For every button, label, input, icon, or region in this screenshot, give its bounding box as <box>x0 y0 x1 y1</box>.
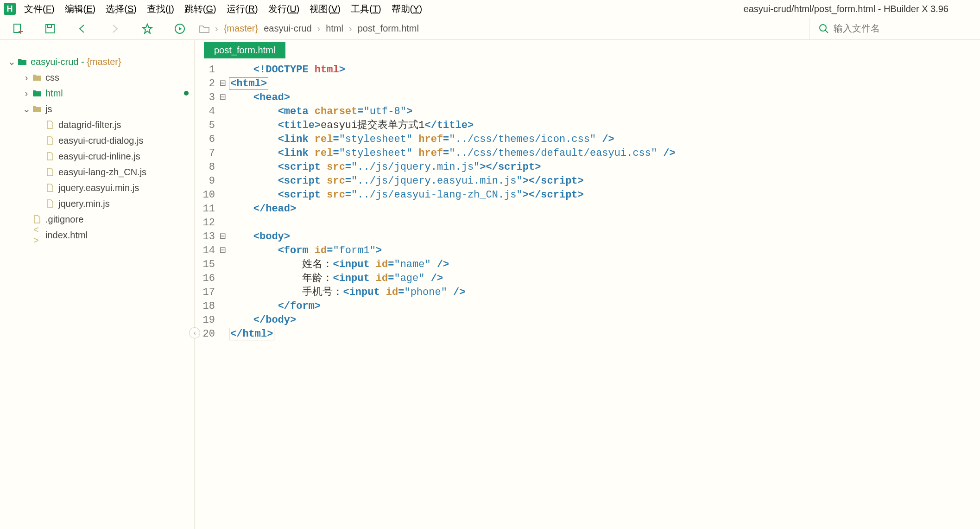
run-button[interactable] <box>170 19 190 39</box>
code-editor[interactable]: 1234567891011121314151617181920 ⊟⊟ ⊟⊟ <!… <box>195 58 980 341</box>
sidebar: ⌄ easyui-crud - {master} ›css›html⌄js da… <box>0 40 195 529</box>
svg-rect-3 <box>46 25 54 33</box>
save-button[interactable] <box>40 19 60 39</box>
code-content[interactable]: <!DOCTYPE html><html> <head> <meta chars… <box>229 63 980 341</box>
main: ⌄ easyui-crud - {master} ›css›html⌄js da… <box>0 40 980 529</box>
folder-icon <box>199 25 209 33</box>
menu-f[interactable]: 文件(F) <box>24 3 55 15</box>
tree-folder-label: js <box>45 104 52 115</box>
editor-tabs: post_form.html <box>195 40 980 58</box>
tab-post-form[interactable]: post_form.html <box>204 42 285 58</box>
file-icon <box>46 168 55 176</box>
breadcrumb-part[interactable]: easyui-crud <box>264 23 311 34</box>
svg-marker-7 <box>179 27 182 31</box>
chevron-right-icon: › <box>215 23 218 34</box>
svg-line-9 <box>825 30 828 33</box>
toolbar: › {master} easyui-crud › html › post_for… <box>0 18 980 40</box>
search-icon[interactable] <box>819 24 829 34</box>
tree-file[interactable]: < >index.html <box>0 227 194 243</box>
tree-folder-label: html <box>45 88 63 99</box>
menu-s[interactable]: 选择(S) <box>106 3 137 15</box>
folder-icon <box>32 89 42 97</box>
file-icon <box>46 199 55 208</box>
svg-point-8 <box>820 25 826 31</box>
new-file-button[interactable] <box>7 19 28 39</box>
code-file-icon: < > <box>33 224 42 246</box>
breadcrumb: › {master} easyui-crud › html › post_for… <box>199 23 419 34</box>
star-button[interactable] <box>137 19 158 39</box>
file-icon <box>33 215 42 223</box>
back-button[interactable] <box>72 19 93 39</box>
tree-file[interactable]: jquery.easyui.min.js <box>0 180 194 196</box>
chevron-icon[interactable]: › <box>22 72 31 83</box>
tree-file-label: jquery.easyui.min.js <box>58 183 139 193</box>
file-icon <box>46 184 55 192</box>
fold-column[interactable]: ⊟⊟ ⊟⊟ <box>220 63 229 341</box>
app-logo: H <box>4 3 16 15</box>
tree-file-label: easyui-crud-dialog.js <box>58 135 143 146</box>
folder-icon <box>18 58 27 65</box>
tree-folder-js[interactable]: ⌄js <box>0 101 194 117</box>
tree-file[interactable]: easyui-crud-dialog.js <box>0 133 194 148</box>
file-icon <box>46 136 55 145</box>
menubar-items: 文件(F)编辑(E)选择(S)查找(I)跳转(G)运行(R)发行(U)视图(V)… <box>24 3 422 15</box>
tree-file-label: datagrid-filter.js <box>58 120 121 130</box>
tree-file-label: .gitignore <box>45 214 83 225</box>
tree-file-label: easyui-crud-inline.js <box>58 151 140 162</box>
tree-file[interactable]: datagrid-filter.js <box>0 117 194 133</box>
editor-area: ‹ post_form.html 12345678910111213141516… <box>195 40 980 529</box>
tree-file[interactable]: jquery.min.js <box>0 196 194 211</box>
folder-icon <box>32 105 42 113</box>
chevron-down-icon[interactable]: ⌄ <box>7 56 16 67</box>
tree-folder-label: css <box>45 72 59 83</box>
forward-button[interactable] <box>105 19 125 39</box>
search-input[interactable] <box>834 23 973 34</box>
file-icon <box>46 152 55 160</box>
tree-file-label: jquery.min.js <box>58 198 110 209</box>
tree-file-label: easyui-lang-zh_CN.js <box>58 167 146 178</box>
tree-file[interactable]: .gitignore <box>0 211 194 227</box>
modified-indicator <box>184 91 189 96</box>
chevron-right-icon: › <box>349 23 352 34</box>
tree-file[interactable]: easyui-lang-zh_CN.js <box>0 164 194 180</box>
window-title: easyui-crud/html/post_form.html - HBuild… <box>744 4 948 14</box>
menu-i[interactable]: 查找(I) <box>147 3 174 15</box>
search-box <box>809 18 973 39</box>
tree-folder-html[interactable]: ›html <box>0 85 194 101</box>
breadcrumb-part[interactable]: html <box>326 23 343 34</box>
tree-file-label: index.html <box>45 230 88 241</box>
breadcrumb-branch: {master} <box>224 23 258 34</box>
menu-e[interactable]: 编辑(E) <box>65 3 96 15</box>
chevron-icon[interactable]: › <box>22 88 31 99</box>
svg-rect-4 <box>48 25 51 27</box>
menu-t[interactable]: 工具(T) <box>351 3 381 15</box>
menubar: H 文件(F)编辑(E)选择(S)查找(I)跳转(G)运行(R)发行(U)视图(… <box>0 0 980 18</box>
menu-r[interactable]: 运行(R) <box>227 3 258 15</box>
tree-root-name: easyui-crud - {master} <box>31 57 121 67</box>
sidebar-collapse-handle[interactable]: ‹ <box>189 327 200 338</box>
menu-u[interactable]: 发行(U) <box>268 3 300 15</box>
breadcrumb-part[interactable]: post_form.html <box>358 23 419 34</box>
tree-folder-css[interactable]: ›css <box>0 70 194 85</box>
chevron-icon[interactable]: ⌄ <box>22 103 31 115</box>
svg-marker-5 <box>143 24 152 33</box>
menu-y[interactable]: 帮助(Y) <box>392 3 423 15</box>
tree-root[interactable]: ⌄ easyui-crud - {master} <box>0 54 194 70</box>
chevron-right-icon: › <box>317 23 321 34</box>
tree-file[interactable]: easyui-crud-inline.js <box>0 148 194 164</box>
line-gutter: 1234567891011121314151617181920 <box>195 63 220 341</box>
file-icon <box>46 121 55 129</box>
menu-g[interactable]: 跳转(G) <box>184 3 216 15</box>
folder-icon <box>32 74 42 81</box>
menu-v[interactable]: 视图(V) <box>310 3 341 15</box>
